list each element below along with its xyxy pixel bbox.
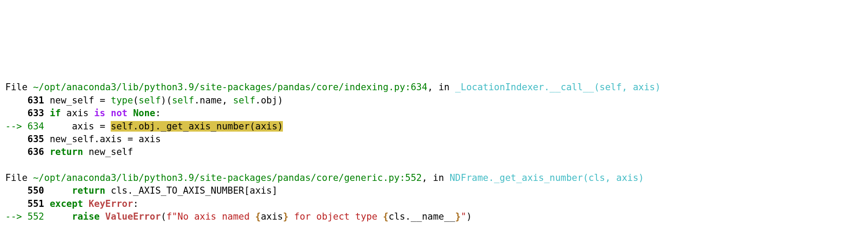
paren: ( — [161, 211, 166, 222]
interp-var: cls — [389, 211, 405, 222]
var: axis — [61, 108, 94, 118]
dot: . — [405, 211, 411, 222]
attr: obj — [261, 95, 278, 106]
sp — [100, 211, 105, 222]
code: axis — [44, 121, 100, 132]
kw-return: return — [50, 147, 83, 157]
interp-var: axis — [261, 211, 283, 222]
self: self — [139, 95, 161, 106]
fstring-end: " — [461, 211, 467, 222]
exc-keyerror: KeyError — [89, 199, 133, 209]
interp-var: __name__ — [411, 211, 455, 222]
kw-raise: raise — [72, 211, 100, 222]
in-sep: , in — [422, 173, 449, 183]
attr: name — [200, 95, 222, 106]
kw-return: return — [72, 185, 105, 196]
kw-except: except — [50, 199, 83, 209]
sp — [105, 108, 111, 118]
kw-if: if — [50, 108, 61, 118]
attr: axis — [100, 134, 127, 144]
paren: ) — [467, 211, 472, 222]
self: self — [233, 95, 255, 106]
paren: ) — [278, 95, 283, 106]
file-label: File — [5, 82, 33, 92]
current-line-arrow: --> — [5, 211, 28, 222]
lineno-550: 550 — [28, 185, 44, 196]
highlighted-call: self.obj._get_axis_number(axis) — [111, 121, 283, 132]
kw-is: is — [94, 108, 105, 118]
sp — [83, 199, 89, 209]
file-path: ~/opt/anaconda3/lib/python3.9/site-packa… — [33, 82, 427, 92]
code: new_self — [44, 95, 100, 106]
fstring-text: No axis named — [177, 211, 255, 222]
var: cls — [105, 185, 128, 196]
kw-not: not — [111, 108, 127, 118]
builtin-type: type — [111, 95, 133, 106]
lineno-634: 634 — [28, 121, 44, 132]
fstring-prefix: f" — [166, 211, 177, 222]
var: new_self — [83, 147, 133, 157]
self: self — [172, 95, 194, 106]
paren: )( — [161, 95, 172, 106]
dot: . — [94, 134, 100, 144]
frame-function: _LocationIndexer.__call__(self, axis) — [455, 82, 661, 92]
op-eq: = — [127, 134, 133, 144]
lineno-552: 552 — [28, 211, 44, 222]
sp — [105, 121, 111, 132]
frame-2: File ~/opt/anaconda3/lib/python3.9/site-… — [5, 173, 644, 222]
lineno-636: 636 — [28, 147, 44, 157]
colon: : — [155, 108, 161, 118]
current-line-arrow: --> — [5, 121, 28, 132]
brace: { — [383, 211, 389, 222]
dot: . — [194, 95, 200, 106]
brace: } — [455, 211, 461, 222]
attr: _AXIS_TO_AXIS_NUMBER[axis] — [133, 185, 278, 196]
sp — [127, 108, 133, 118]
kw-none: None — [133, 108, 156, 118]
op-eq: = — [100, 121, 105, 132]
file-path: ~/opt/anaconda3/lib/python3.9/site-packa… — [33, 173, 422, 183]
var: axis — [133, 134, 161, 144]
exc-valueerror: ValueError — [105, 211, 161, 222]
brace: { — [255, 211, 261, 222]
lineno-551: 551 — [28, 199, 44, 209]
frame-function: NDFrame._get_axis_number(cls, axis) — [449, 173, 644, 183]
lineno-635: 635 — [28, 134, 44, 144]
paren: ( — [133, 95, 139, 106]
sp — [105, 95, 111, 106]
frame-1: File ~/opt/anaconda3/lib/python3.9/site-… — [5, 82, 661, 157]
file-label: File — [5, 173, 33, 183]
in-sep: , in — [427, 82, 455, 92]
traceback-output: File ~/opt/anaconda3/lib/python3.9/site-… — [0, 65, 868, 228]
fstring-text: for object type — [289, 211, 383, 222]
dot: . — [255, 95, 261, 106]
var: new_self — [44, 134, 94, 144]
op-eq: = — [100, 95, 105, 106]
lineno-633: 633 — [28, 108, 44, 118]
brace: } — [283, 211, 289, 222]
sp — [44, 211, 72, 222]
colon: : — [133, 199, 139, 209]
comma: , — [222, 95, 233, 106]
lineno-631: 631 — [28, 95, 44, 106]
dot: . — [127, 185, 133, 196]
